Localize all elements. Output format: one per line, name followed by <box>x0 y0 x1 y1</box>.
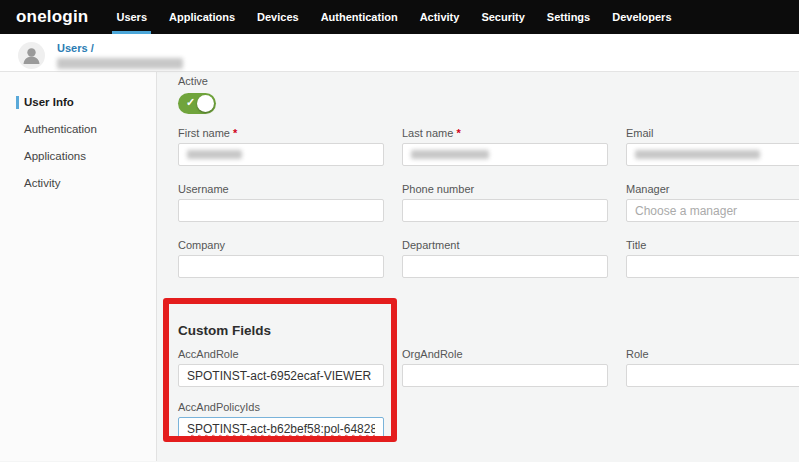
field-phone-number: Phone number <box>402 183 608 222</box>
acc-and-role-input[interactable] <box>178 364 384 387</box>
phone-number-input[interactable] <box>402 199 608 222</box>
required-asterisk: * <box>456 127 460 139</box>
email-input[interactable] <box>626 143 799 166</box>
field-title: Title <box>626 239 799 278</box>
nav-item-developers[interactable]: Developers <box>612 0 671 34</box>
org-and-role-input[interactable] <box>402 364 608 387</box>
person-icon <box>18 42 45 69</box>
acc-and-policy-ids-label: AccAndPolicyIds <box>178 401 384 414</box>
nav-item-applications[interactable]: Applications <box>169 0 235 34</box>
first-name-label: First name * <box>178 127 384 140</box>
title-label: Title <box>626 239 799 252</box>
sidebar-item-applications[interactable]: Applications <box>16 150 156 163</box>
company-input[interactable] <box>178 255 384 278</box>
company-label: Company <box>178 239 384 252</box>
top-nav: onelogin Users Applications Devices Auth… <box>0 0 799 34</box>
manager-input[interactable] <box>626 199 799 222</box>
department-input[interactable] <box>402 255 608 278</box>
last-name-input[interactable] <box>402 143 608 166</box>
onelogin-logo[interactable]: onelogin <box>16 7 88 27</box>
nav-item-users[interactable]: Users <box>116 0 147 34</box>
breadcrumb-users-link[interactable]: Users / <box>57 42 183 54</box>
custom-fields-heading: Custom Fields <box>178 323 799 338</box>
field-username: Username <box>178 183 384 222</box>
org-and-role-label: OrgAndRole <box>402 348 608 361</box>
acc-and-role-label: AccAndRole <box>178 348 384 361</box>
manager-label: Manager <box>626 183 799 196</box>
phone-number-label: Phone number <box>402 183 608 196</box>
redacted-last-name <box>411 150 489 159</box>
nav-item-security[interactable]: Security <box>481 0 524 34</box>
field-acc-and-role: AccAndRole <box>178 348 384 387</box>
redacted-email <box>635 150 760 159</box>
check-icon: ✓ <box>186 96 195 109</box>
title-input[interactable] <box>626 255 799 278</box>
field-manager: Manager <box>626 183 799 222</box>
sidebar-item-authentication[interactable]: Authentication <box>16 123 156 136</box>
user-info-form: Active ✓ First name * Last name * Email <box>157 72 799 461</box>
field-department: Department <box>402 239 608 278</box>
active-toggle[interactable]: ✓ <box>178 93 216 114</box>
last-name-label: Last name * <box>402 127 608 140</box>
username-label: Username <box>178 183 384 196</box>
nav-item-devices[interactable]: Devices <box>257 0 299 34</box>
nav-item-activity[interactable]: Activity <box>420 0 460 34</box>
page-header: Users / <box>0 34 799 72</box>
field-first-name: First name * <box>178 127 384 166</box>
email-label: Email <box>626 127 799 140</box>
sidebar-item-activity[interactable]: Activity <box>16 177 156 190</box>
active-label: Active <box>178 75 799 88</box>
field-company: Company <box>178 239 384 278</box>
nav-menu: Users Applications Devices Authenticatio… <box>116 0 671 34</box>
nav-item-authentication[interactable]: Authentication <box>321 0 398 34</box>
sidebar: User Info Authentication Applications Ac… <box>0 72 157 461</box>
role-input[interactable] <box>626 364 799 387</box>
field-email: Email <box>626 127 799 166</box>
avatar <box>18 42 45 69</box>
redacted-first-name <box>187 150 242 159</box>
required-asterisk: * <box>233 127 237 139</box>
redacted-username <box>57 58 183 69</box>
first-name-input[interactable] <box>178 143 384 166</box>
nav-item-settings[interactable]: Settings <box>547 0 590 34</box>
toggle-knob <box>197 95 214 112</box>
field-role: Role <box>626 348 799 387</box>
field-acc-and-policy-ids: AccAndPolicyIds <box>178 401 384 440</box>
field-org-and-role: OrgAndRole <box>402 348 608 387</box>
username-input[interactable] <box>178 199 384 222</box>
acc-and-policy-ids-input[interactable] <box>178 417 384 440</box>
role-label: Role <box>626 348 799 361</box>
sidebar-item-user-info[interactable]: User Info <box>16 96 156 109</box>
department-label: Department <box>402 239 608 252</box>
field-last-name: Last name * <box>402 127 608 166</box>
onelogin-user-edit-page: onelogin Users Applications Devices Auth… <box>0 0 799 462</box>
